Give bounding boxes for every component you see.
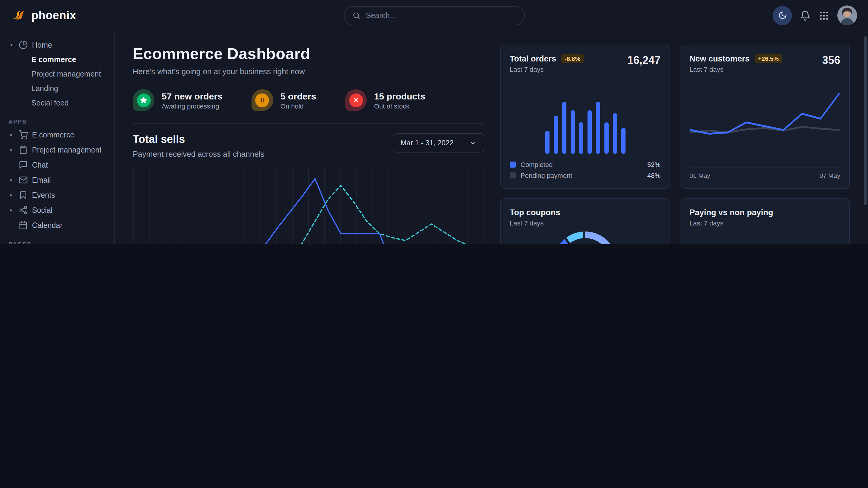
new-customers-x-labels: 01 May07 May [689,167,840,179]
bar [562,102,566,154]
card-period: Last 7 days [510,220,560,227]
moon-icon [778,11,787,20]
bar [621,128,625,154]
total-orders-value: 16,247 [627,54,660,67]
card-period: Last 7 days [689,66,782,73]
sidebar-item-email[interactable]: ▸Email [7,172,107,188]
caret-right-icon: ▸ [8,207,14,213]
card-period: Last 7 days [510,66,584,73]
total-orders-legend: Completed52%Pending payment48% [510,161,660,179]
total-sells-title: Total sells [133,133,264,146]
nine-dots-grid-icon [818,10,829,21]
caret-right-icon: ▸ [8,132,14,137]
sidebar-item-landing[interactable]: Landing [7,82,107,96]
dashboard-overview-section: Ecommerce Dashboard Here's what's going … [133,44,484,244]
caret-right-icon: ▸ [8,147,14,153]
sidebar-nav: ▾HomeE commerceProject managementLanding… [0,31,114,244]
sidebar-section-label-pages: PAGES [8,240,105,244]
sidebar-item-project-management[interactable]: Project management [7,67,107,82]
top-coupons-donut-chart: 72% [553,231,617,244]
new-customers-line-chart [689,78,840,162]
total-sells-subtitle: Payment received across all channels [133,150,264,159]
brand-name: phoenix [31,9,76,22]
stat-caption: On hold [280,102,316,109]
x-icon [352,96,360,104]
stat-pin [345,89,367,111]
navbar-actions [773,5,857,25]
stat-value: 57 new orders [162,91,223,101]
top-navbar: phoenix [0,0,868,31]
card-period: Last 7 days [689,220,773,227]
global-search-input[interactable] [366,11,516,20]
global-search[interactable] [343,6,525,25]
pie-chart-icon [19,40,28,50]
legend-label: Pending payment [521,172,642,179]
sidebar-item-chat[interactable]: Chat [7,157,107,172]
card-title: Total orders [510,54,556,63]
bar [553,116,558,154]
sidebar: ▾HomeE commerceProject managementLanding… [0,31,115,244]
caret-down-icon: ▾ [8,42,14,47]
paying-vs-non-paying-card: Paying vs non paying Last 7 days Paying … [680,198,850,244]
x-axis-label: 01 May [689,172,710,179]
stats-row: 57 new ordersAwating processing5 ordersO… [133,89,484,111]
card-title: Paying vs non paying [689,208,773,217]
sidebar-item-e-commerce[interactable]: E commerce [7,53,107,67]
bar [604,122,608,154]
sidebar-item-calendar[interactable]: Calendar [7,218,107,233]
theme-toggle-button[interactable] [773,6,792,25]
bell-icon [800,10,811,21]
apps-menu-button[interactable] [818,10,829,21]
cart-icon [19,130,28,139]
new-customers-value: 356 [822,54,840,67]
total-orders-badge: -6.8% [561,54,584,63]
bar [587,110,591,154]
new-customers-card: New customers +26.5% Last 7 days 356 01 … [680,44,850,189]
star-icon [140,96,147,104]
sidebar-item-label: Calendar [32,221,62,229]
stat-caption: Awating processing [162,102,223,109]
clipboard-icon [19,145,28,154]
sidebar-section-label-apps: APPS [8,118,105,125]
sidebar-item-e-commerce[interactable]: ▸E commerce [7,127,107,142]
bookmark-icon [19,191,28,199]
stat-awating-processing: 57 new ordersAwating processing [133,89,223,111]
legend-label: Completed [521,161,642,168]
notifications-button[interactable] [800,10,811,21]
sidebar-item-label: E commerce [32,131,74,139]
sidebar-item-label: Social [32,206,53,214]
x-axis-label: 07 May [819,172,840,179]
stat-on-hold: 5 ordersOn hold [251,89,316,111]
pause-icon [259,96,266,104]
total-orders-bar-chart [510,78,660,154]
sidebar-item-social[interactable]: ▸Social [7,202,107,218]
stat-dot [136,93,151,107]
bar [613,113,617,154]
stat-caption: Out of stock [374,102,425,109]
brand[interactable]: phoenix [11,7,115,23]
legend-item: Pending payment48% [510,172,660,179]
bar [579,122,583,154]
user-avatar[interactable] [837,5,857,25]
kpi-cards-grid: Total orders -6.8% Last 7 days 16,247 Co… [500,44,850,244]
scrollbar[interactable] [864,36,867,205]
calendar-icon [19,221,28,230]
legend-value: 52% [647,161,660,168]
date-range-select[interactable]: Mar 1 - 31, 2022 [393,133,484,153]
sidebar-item-social-feed[interactable]: Social feed [7,96,107,110]
page-subtitle: Here's what's going on at your business … [133,67,484,76]
top-coupons-card: Top coupons Last 7 days 72% Percentage d… [500,198,670,244]
sidebar-item-events[interactable]: ▸Events [7,188,107,202]
sidebar-item-label: Project management [32,145,102,154]
phoenix-logo-icon [11,7,27,23]
chat-icon [19,160,28,169]
share-icon [19,205,28,215]
stat-dot [255,93,269,107]
sidebar-item-home[interactable]: ▾Home [7,37,107,53]
sidebar-item-project-management[interactable]: ▸Project management [7,142,107,157]
caret-right-icon: ▸ [8,177,14,183]
new-customers-badge: +26.5% [754,54,782,63]
total-sells-chart [133,165,484,244]
stat-pin [251,89,273,111]
search-icon [352,11,361,20]
